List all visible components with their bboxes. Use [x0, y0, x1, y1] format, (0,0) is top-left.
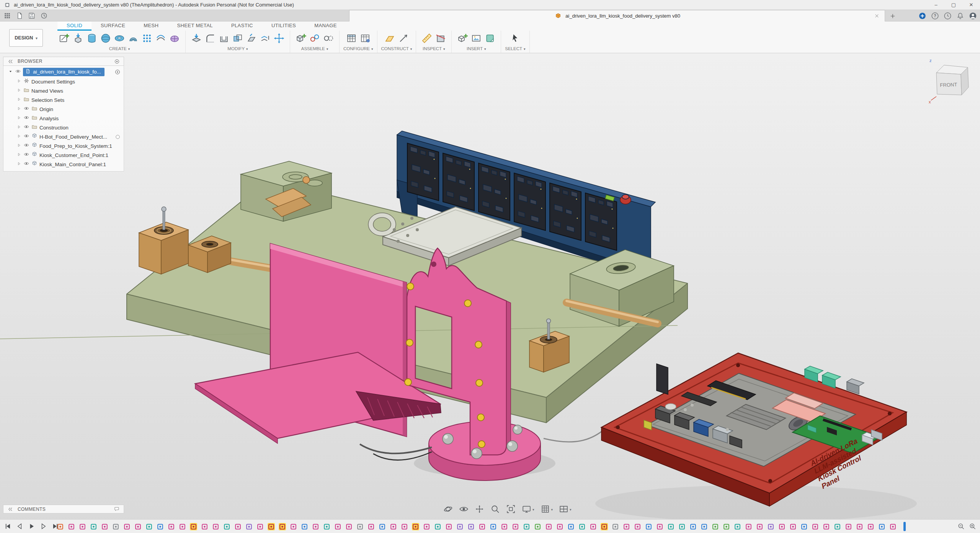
- expand-icon[interactable]: [16, 96, 21, 103]
- browser-item[interactable]: Kiosk_Customer_End_Point:1: [3, 150, 124, 160]
- timeline-feature[interactable]: [212, 523, 219, 530]
- timeline-feature[interactable]: [157, 523, 164, 530]
- timeline-feature[interactable]: [867, 523, 874, 530]
- timeline-feature[interactable]: [601, 523, 608, 530]
- save-icon[interactable]: [28, 11, 36, 20]
- file-icon[interactable]: [15, 11, 24, 20]
- activate-radio[interactable]: [115, 134, 121, 140]
- visibility-eye-icon[interactable]: [23, 114, 29, 122]
- expand-icon[interactable]: [8, 69, 13, 75]
- display-settings-button[interactable]: [522, 504, 534, 514]
- browser-item[interactable]: Food_Prep_to_Kiosk_System:1: [3, 141, 124, 150]
- design-menu-button[interactable]: DESIGN: [9, 29, 43, 47]
- avatar-icon[interactable]: [969, 11, 977, 20]
- ribbon-tab-solid[interactable]: SOLID: [57, 21, 91, 31]
- browser-item[interactable]: Analysis: [3, 114, 124, 123]
- close-button[interactable]: ✕: [962, 0, 980, 10]
- timeline-feature[interactable]: [90, 523, 97, 530]
- timeline-feature[interactable]: [57, 523, 64, 530]
- skip-to-start-button[interactable]: [4, 522, 11, 530]
- step-forward-button[interactable]: [39, 522, 47, 530]
- timeline-feature[interactable]: [201, 523, 208, 530]
- cylinder-tool[interactable]: [85, 31, 99, 46]
- timeline-feature[interactable]: [256, 523, 264, 530]
- expand-icon[interactable]: [16, 142, 21, 149]
- timeline-feature[interactable]: [567, 523, 575, 530]
- torus-tool[interactable]: [113, 31, 126, 46]
- timeline-feature[interactable]: [234, 523, 242, 530]
- fillet-tool[interactable]: [203, 31, 217, 46]
- grid-menu-icon[interactable]: [3, 11, 11, 20]
- fit-button[interactable]: [506, 504, 516, 514]
- group-label[interactable]: CONFIGURE: [343, 46, 373, 51]
- ribbon-tab-manage[interactable]: MANAGE: [305, 21, 346, 31]
- timeline-feature[interactable]: [712, 523, 719, 530]
- visibility-eye-icon[interactable]: [23, 142, 29, 150]
- sphere-tool[interactable]: [99, 31, 113, 46]
- coil-tool[interactable]: [126, 31, 140, 46]
- timeline-feature[interactable]: [734, 523, 741, 530]
- visibility-eye-icon[interactable]: [23, 151, 29, 159]
- visibility-eye-icon[interactable]: [23, 105, 29, 113]
- browser-item[interactable]: Construction: [3, 123, 124, 132]
- timeline-feature[interactable]: [889, 523, 897, 530]
- timeline-feature[interactable]: [101, 523, 108, 530]
- orbit-button[interactable]: [443, 504, 453, 514]
- timeline-feature[interactable]: [545, 523, 552, 530]
- timeline-feature[interactable]: [479, 523, 486, 530]
- timeline-feature[interactable]: [79, 523, 86, 530]
- zoom-timeline-in-button[interactable]: [969, 522, 976, 530]
- timeline-feature[interactable]: [623, 523, 630, 530]
- timeline-feature[interactable]: [612, 523, 619, 530]
- timeline-playhead[interactable]: [903, 522, 906, 531]
- timeline-feature[interactable]: [456, 523, 464, 530]
- timeline-feature[interactable]: [345, 523, 353, 530]
- ribbon-tab-plastic[interactable]: PLASTIC: [222, 21, 262, 31]
- timeline-feature[interactable]: [268, 523, 275, 530]
- replace-face-tool[interactable]: [258, 31, 272, 46]
- timeline-feature[interactable]: [401, 523, 408, 530]
- timeline-feature[interactable]: [689, 523, 697, 530]
- timeline-feature[interactable]: [123, 523, 131, 530]
- new-component-tool[interactable]: [294, 31, 308, 46]
- timeline-feature[interactable]: [390, 523, 397, 530]
- group-label[interactable]: INSERT: [467, 46, 486, 51]
- timeline-feature[interactable]: [556, 523, 564, 530]
- timeline-feature[interactable]: [656, 523, 663, 530]
- timeline-feature[interactable]: [701, 523, 708, 530]
- play-button[interactable]: [28, 522, 35, 530]
- timeline-feature[interactable]: [279, 523, 286, 530]
- timeline-feature[interactable]: [334, 523, 341, 530]
- timeline-feature[interactable]: [290, 523, 297, 530]
- ribbon-tab-sheet-metal[interactable]: SHEET METAL: [168, 21, 222, 31]
- timeline-feature[interactable]: [323, 523, 330, 530]
- timeline-feature[interactable]: [301, 523, 308, 530]
- timeline-feature[interactable]: [168, 523, 175, 530]
- extrude-tool[interactable]: [71, 31, 85, 46]
- timeline-feature[interactable]: [634, 523, 641, 530]
- visibility-eye-icon[interactable]: [23, 133, 29, 141]
- browser-item[interactable]: Kiosk_Main_Control_Panel:1: [3, 160, 124, 169]
- group-label[interactable]: INSPECT: [423, 46, 445, 51]
- expand-icon[interactable]: [16, 161, 21, 168]
- zoom-button[interactable]: [490, 504, 500, 514]
- view-cube[interactable]: z FRONT x: [927, 57, 973, 106]
- timeline-feature[interactable]: [534, 523, 541, 530]
- thicken-tool[interactable]: [154, 31, 168, 46]
- timeline-feature[interactable]: [312, 523, 319, 530]
- timeline-feature[interactable]: [578, 523, 586, 530]
- timeline-feature[interactable]: [467, 523, 475, 530]
- pan-button[interactable]: [475, 504, 484, 514]
- visibility-eye-icon[interactable]: [15, 68, 21, 76]
- step-back-button[interactable]: [16, 522, 23, 530]
- collapse-panel-icon[interactable]: [6, 57, 15, 65]
- configure-tool[interactable]: [345, 31, 358, 46]
- timeline-feature[interactable]: [823, 523, 830, 530]
- move-tool[interactable]: [272, 31, 286, 46]
- timeline-feature[interactable]: [789, 523, 797, 530]
- timeline-feature[interactable]: [845, 523, 852, 530]
- timeline-feature[interactable]: [856, 523, 863, 530]
- timeline-feature[interactable]: [767, 523, 774, 530]
- timeline-feature[interactable]: [590, 523, 597, 530]
- combine-tool[interactable]: [231, 31, 245, 46]
